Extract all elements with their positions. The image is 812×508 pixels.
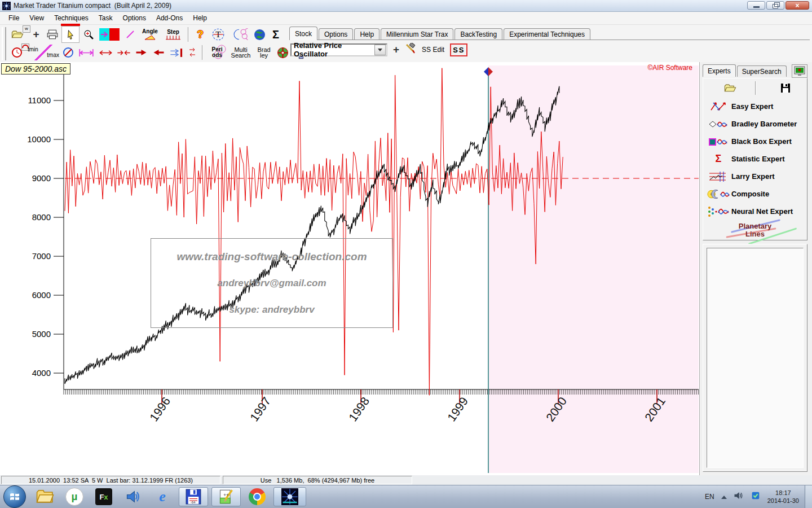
cursor-arrow-icon — [67, 29, 74, 40]
menu-help[interactable]: Help — [188, 12, 212, 24]
menu-addons[interactable]: Add-Ons — [151, 12, 188, 24]
scroll-to-end-tool-button[interactable] — [168, 45, 185, 60]
taskbar-notepadpp[interactable]: ++ — [211, 487, 241, 506]
add-technique-button[interactable]: + — [393, 43, 399, 56]
span-measure-tool-button[interactable] — [77, 45, 95, 60]
print-button[interactable] — [45, 27, 60, 42]
menu-file[interactable]: File — [3, 12, 24, 24]
supersearch-button[interactable]: SS — [450, 43, 467, 56]
show-desktop-button[interactable] — [805, 485, 812, 508]
tray-clock[interactable]: 18:17 2014-01-30 — [767, 489, 799, 505]
svg-text:1999: 1999 — [445, 395, 471, 423]
expert-bradley-barometer[interactable]: Bradley Barometer — [703, 115, 807, 133]
help-tool-button[interactable]: ? — [193, 27, 208, 42]
watermark-box: www.trading-software-collection.com andr… — [151, 238, 393, 328]
taskbar-volume-app[interactable] — [120, 487, 146, 506]
line-draw-tool-button[interactable] — [123, 27, 138, 42]
tmin-tmax-tool-button[interactable]: tmin tmax — [28, 45, 59, 60]
watermark-email: andreybbrv@gmail.com — [217, 278, 326, 289]
close-icon: × — [795, 3, 799, 8]
expert-larry[interactable]: Larry Expert — [703, 168, 807, 185]
tray-dropbox[interactable] — [751, 491, 761, 503]
tab-options[interactable]: Options — [319, 28, 353, 40]
load-expert-button[interactable] — [721, 81, 739, 95]
tab-help[interactable]: Help — [354, 28, 379, 40]
technique-select[interactable]: Relative Price Oscillator — [290, 43, 387, 56]
window-title: Market Trader Titanium compact (Built Ap… — [14, 2, 171, 10]
taskbar-utorrent[interactable]: µ — [61, 487, 87, 506]
taskbar-explorer[interactable] — [32, 487, 58, 506]
expert-composite[interactable]: Composite — [703, 185, 807, 203]
step-tool-button[interactable]: Step — [162, 27, 184, 42]
tab-millennium-star-trax[interactable]: Millennium Star Trax — [381, 28, 453, 40]
expert-neural-net[interactable]: Neural Net Expert — [703, 203, 807, 220]
tab-supersearch[interactable]: SuperSearch — [737, 65, 787, 77]
svg-text:9000: 9000 — [32, 173, 51, 183]
cycles-tool-button[interactable] — [229, 27, 250, 42]
utorrent-icon: µ — [65, 488, 83, 506]
tray-expand-icon[interactable] — [721, 493, 727, 499]
edit-tool-button[interactable] — [405, 43, 416, 56]
shift-right-tool-button[interactable] — [133, 45, 149, 60]
taskbar-internet-explorer[interactable]: e — [149, 487, 175, 506]
taskbar-chrome[interactable] — [244, 487, 270, 506]
taskbar-fx-app[interactable]: Fx — [91, 487, 117, 506]
expert-planetary-lines[interactable]: Planetary Lines — [703, 220, 807, 240]
app-icon — [2, 2, 11, 10]
compass-tool-button[interactable] — [61, 45, 76, 60]
expert-output-area[interactable] — [707, 248, 804, 468]
menu-task[interactable]: Task — [94, 12, 118, 24]
taskbar-market-trader[interactable] — [273, 487, 306, 506]
expert-label: Bradley Barometer — [731, 120, 797, 128]
expert-statistic[interactable]: Σ Statistic Expert — [703, 150, 807, 168]
menu-techniques[interactable]: Techniques — [49, 12, 94, 24]
tab-experimental-techniques[interactable]: Experimental Techniques — [504, 28, 590, 40]
expert-black-box[interactable]: Black Box Expert — [703, 133, 807, 150]
minimize-button[interactable] — [747, 1, 765, 10]
text-tool-button[interactable]: T — [209, 27, 227, 42]
periods-button[interactable]: Peri ods — [207, 45, 227, 60]
tab-stock[interactable]: Stock — [289, 27, 317, 40]
restore-button[interactable] — [766, 1, 784, 10]
step-arrows-tool-button[interactable] — [187, 45, 198, 60]
menu-view[interactable]: View — [24, 12, 49, 24]
svg-text:7000: 7000 — [32, 251, 51, 261]
chart-file-label[interactable]: Dow 95-2000.asc — [1, 63, 70, 75]
magnifier-icon — [83, 29, 94, 40]
expert-label: Statistic Expert — [731, 155, 785, 163]
speaker-icon — [734, 491, 744, 500]
sum-tool-button[interactable]: Σ — [268, 27, 283, 42]
shift-left-tool-button[interactable] — [151, 45, 166, 60]
save-expert-button[interactable] — [776, 81, 795, 95]
taskbar-disk-app[interactable]: -64· — [179, 487, 208, 506]
range-select-tool-button[interactable] — [98, 27, 121, 42]
monitor-view-button[interactable] — [792, 64, 807, 78]
clock-date: 2014-01-30 — [767, 497, 799, 505]
svg-text:4000: 4000 — [32, 368, 51, 378]
expert-easy[interactable]: Easy Expert — [703, 98, 807, 115]
add-chart-button[interactable]: + — [29, 27, 43, 42]
multi-search-button[interactable]: Multi Search — [229, 45, 253, 60]
tab-experts[interactable]: Experts — [703, 64, 736, 77]
ss-edit-label[interactable]: SS Edit — [422, 46, 444, 54]
globe-tool-button[interactable] — [252, 27, 267, 42]
toolbar-gripper[interactable] — [2, 27, 6, 60]
zoom-tool-button[interactable] — [81, 27, 96, 42]
angle-tool-button[interactable]: Angle — [139, 27, 161, 42]
expand-range-tool-button[interactable] — [97, 45, 114, 60]
close-button[interactable]: × — [785, 1, 809, 10]
pointer-tool-button[interactable] — [61, 26, 80, 43]
open-file-button[interactable]: w — [8, 27, 27, 42]
dropdown-arrow-button[interactable] — [374, 45, 386, 55]
language-indicator[interactable]: EN — [705, 493, 714, 501]
svg-text:++: ++ — [223, 493, 229, 498]
contract-range-tool-button[interactable] — [116, 45, 131, 60]
bradley-button[interactable]: Brad ley — [254, 45, 273, 60]
target-tool-button[interactable] — [275, 45, 290, 60]
menu-options[interactable]: Options — [118, 12, 151, 24]
diagonal-line-icon — [126, 30, 135, 39]
time-tool-button[interactable] — [8, 45, 26, 60]
tab-backtesting[interactable]: BackTesting — [454, 28, 502, 40]
start-button[interactable] — [3, 485, 26, 508]
tray-volume[interactable] — [734, 491, 744, 502]
